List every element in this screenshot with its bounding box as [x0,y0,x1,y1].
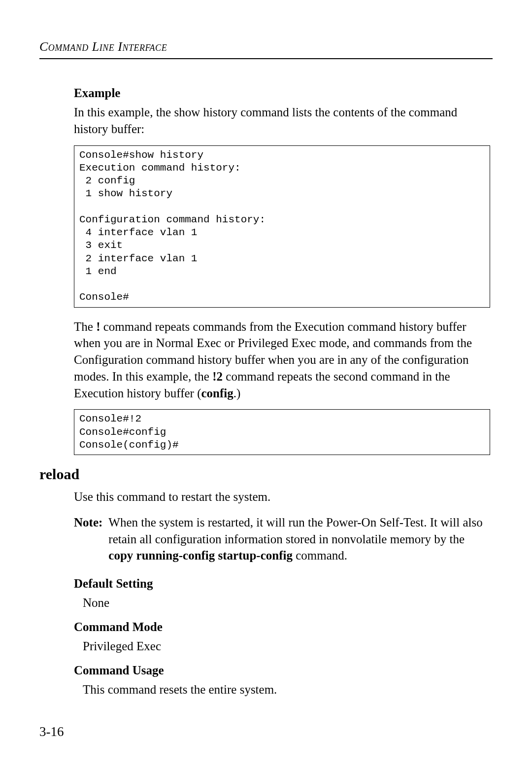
note-bold-cmd: copy running-config startup-config [108,549,293,562]
note-pre: When the system is restarted, it will ru… [108,516,482,546]
note-label: Note: [74,514,108,564]
bang-config: config [201,387,233,400]
running-header: Command Line Interface [39,39,493,54]
reload-intro: Use this command to restart the system. [74,489,490,505]
default-setting-value: None [83,595,490,611]
bang-two: !2 [212,370,223,383]
example-heading: Example [74,86,490,100]
example-code-block: Console#show history Execution command h… [74,145,490,308]
reload-content: Use this command to restart the system. … [74,489,490,698]
command-mode-heading: Command Mode [74,620,490,634]
example-intro: In this example, the show history comman… [74,104,490,138]
bang-post: .) [233,387,241,400]
command-usage-heading: Command Usage [74,664,490,677]
bang-pre: The [74,320,96,333]
bang-paragraph: The ! command repeats commands from the … [74,318,490,402]
reload-note: Note: When the system is restarted, it w… [74,514,490,564]
reload-heading: reload [39,466,493,483]
note-body: When the system is restarted, it will ru… [108,514,490,564]
bang-code-block: Console#!2 Console#config Console(config… [74,409,490,455]
header-rule [39,58,493,59]
page-number: 3-16 [39,724,64,739]
note-post: command. [293,549,347,562]
command-usage-value: This command resets the entire system. [83,681,490,698]
command-mode-value: Privileged Exec [83,638,490,655]
page: Command Line Interface Example In this e… [0,0,532,774]
default-setting-heading: Default Setting [74,577,490,591]
content-area: Example In this example, the show histor… [74,86,490,455]
